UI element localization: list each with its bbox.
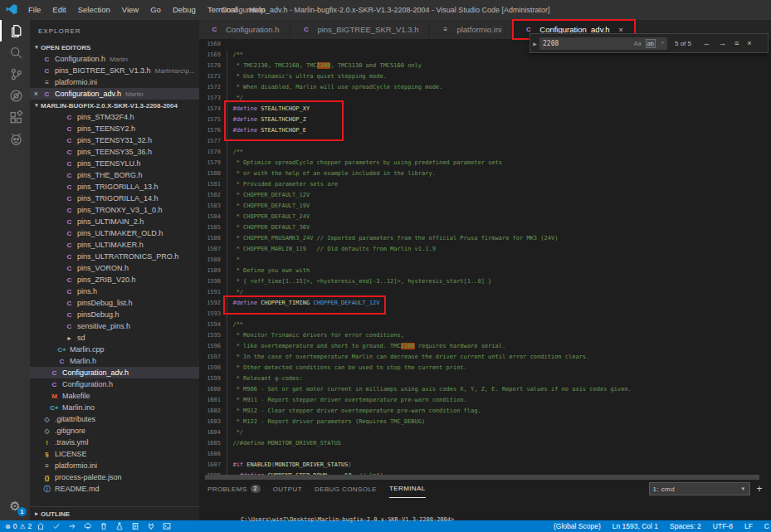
horizontal-scrollbar[interactable] (199, 475, 771, 480)
find-input[interactable]: 2208 Aa ab .* (539, 37, 667, 50)
status-test-icon[interactable] (115, 522, 124, 530)
find-expand-chevron-icon[interactable]: ▶ (530, 41, 539, 46)
c-file-icon: C (524, 26, 533, 33)
line-number: 1569 (199, 50, 226, 61)
tree-item[interactable]: Cpins_TRIGORILLA_13.h (30, 181, 199, 193)
status-build-icon[interactable] (52, 522, 61, 530)
tree-item[interactable]: Cpins_TRONXY_V3_1_0.h (30, 204, 199, 216)
tree-item[interactable]: Cpins_TEENSY35_36.h (30, 146, 199, 158)
tree-item[interactable]: MMakefile (30, 390, 199, 402)
open-editor-item[interactable]: ≡platformio.ini (30, 76, 199, 88)
outline-section[interactable]: ▸ OUTLINE (30, 506, 199, 520)
status-upload-icon[interactable] (68, 522, 76, 530)
activity-platformio-icon[interactable] (0, 128, 30, 149)
tree-item[interactable]: §LICENSE (30, 448, 199, 460)
tree-item[interactable]: CpinsDebug_list.h (30, 297, 199, 309)
tree-item[interactable]: !.travis.yml (30, 437, 199, 448)
chevron-down-icon: ▾ (32, 44, 41, 51)
open-editor-item[interactable]: CConfiguration.hMarlin (30, 53, 199, 65)
tree-item[interactable]: Cpins_VORON.h (30, 262, 199, 274)
problems-indicator[interactable]: ⊗ 0 ⚠ 2 (5, 522, 32, 530)
close-icon[interactable]: × (30, 90, 42, 98)
tree-item[interactable]: ≡platformio.ini (30, 460, 199, 471)
activity-extensions-icon[interactable] (0, 106, 30, 128)
match-case-toggle[interactable]: Aa (633, 40, 641, 47)
tree-item[interactable]: Cpins_TRIGORILLA_14.h (30, 193, 199, 204)
tree-item[interactable]: CConfiguration.h (30, 378, 199, 390)
menu-debug[interactable]: Debug (167, 0, 202, 20)
line-number: 1597 (199, 352, 226, 363)
code-text: /** (226, 320, 243, 330)
tree-item[interactable]: C+Marlin.cpp (30, 344, 199, 355)
menu-view[interactable]: View (116, 0, 144, 20)
find-in-selection-button[interactable]: ≡ (734, 39, 739, 47)
menu-selection[interactable]: Selection (72, 0, 116, 20)
tree-item[interactable]: Cpins_ULTRATRONICS_PRO.h (30, 251, 199, 262)
tree-item[interactable]: {}process-palette.json (30, 471, 199, 483)
panel-tab-terminal[interactable]: TERMINAL (389, 480, 426, 498)
open-editors-header[interactable]: ▾ OPEN EDITORS (30, 41, 199, 53)
settings-gear-button[interactable]: ⚙1 (0, 499, 30, 514)
menu-edit[interactable]: Edit (46, 0, 71, 20)
tree-item[interactable]: Cpins.h (30, 286, 199, 297)
tree-item[interactable]: C+Marlin.ino (30, 402, 199, 413)
chevron-right-icon: ▸ (65, 334, 74, 342)
tree-item[interactable]: ◇.gitignore (30, 425, 199, 437)
tab-pins_BIGTREE_SKR_V1.3.h[interactable]: Cpins_BIGTREE_SKR_V1.3.h (290, 20, 430, 39)
status-serial-monitor-icon[interactable] (147, 522, 155, 530)
file-label: Makefile (62, 392, 90, 400)
tree-item[interactable]: ◇.gitattributes (30, 413, 199, 425)
terminal-select[interactable]: 1: cmd ▼ (649, 482, 750, 495)
open-editor-item[interactable]: Cpins_BIGTREE_SKR_V1.3.hMarlin\src\p... (30, 65, 199, 76)
activity-explorer-icon[interactable] (0, 20, 30, 41)
status-home-icon[interactable] (37, 522, 45, 530)
status-tasks-icon[interactable] (131, 522, 139, 530)
tree-item[interactable]: Cpins_ULTIMAKER.h (30, 239, 199, 251)
tree-item[interactable]: Cpins_TEENSYLU.h (30, 158, 199, 169)
c-file-icon: C (65, 230, 74, 237)
tab-platformio.ini[interactable]: ≡platformio.ini (430, 20, 513, 39)
project-folder-header[interactable]: ▾ MARLIN-BUGFIX-2.0.X-SKR-V1.3-2208-2004 (30, 100, 199, 111)
git-file-icon: ◇ (42, 416, 51, 423)
activity-debug-icon[interactable] (0, 85, 30, 106)
close-icon[interactable]: × (619, 26, 623, 34)
panel-tab-output[interactable]: OUTPUT (273, 480, 302, 498)
tree-item[interactable]: Cpins_TEENSY2.h (30, 123, 199, 134)
panel-tab-problems[interactable]: PROBLEMS2 (207, 480, 261, 498)
line-number: 1574 (199, 104, 226, 115)
status-cloud-upload-icon[interactable] (84, 522, 92, 530)
ini-file-icon: ≡ (441, 26, 450, 33)
find-previous-button[interactable]: ← (703, 39, 710, 47)
whole-word-toggle[interactable]: ab (646, 39, 656, 48)
regex-toggle[interactable]: .* (660, 40, 664, 47)
tree-item[interactable]: CConfiguration_adv.h (30, 367, 199, 378)
tree-item[interactable]: ▸sd (30, 332, 199, 344)
status-clean-icon[interactable] (100, 522, 108, 530)
editor[interactable]: 15681569 /**1570 * TMC2130, TMC2160, TMC… (199, 39, 771, 480)
find-close-button[interactable]: × (747, 39, 751, 47)
status-new-terminal-icon[interactable] (163, 522, 171, 530)
code-text: */ (226, 287, 243, 298)
menu-file[interactable]: File (22, 0, 46, 20)
tree-item[interactable]: ⓘREADME.md (30, 483, 199, 495)
panel-tab-debug-console[interactable]: DEBUG CONSOLE (315, 480, 377, 498)
activity-search-icon[interactable] (0, 41, 30, 63)
tree-item[interactable]: Csensitive_pins.h (30, 320, 199, 332)
menu-go[interactable]: Go (144, 0, 167, 20)
tree-item[interactable]: CpinsDebug.h (30, 309, 199, 320)
terminal-content[interactable]: C:\Users\win7\Desktop\Marlin-bugfix-2.0.… (199, 498, 771, 530)
tab-Configuration.h[interactable]: CConfiguration.h (199, 20, 290, 39)
tree-item[interactable]: Cpins_THE_BORG.h (30, 169, 199, 181)
tree-item[interactable]: Cpins_ULTIMAIN_2.h (30, 216, 199, 227)
tree-item[interactable]: Cpins_ZRIB_V20.h (30, 274, 199, 286)
tree-item[interactable]: CMarlin.h (30, 355, 199, 367)
open-editors-list: CConfiguration.hMarlinCpins_BIGTREE_SKR_… (30, 53, 199, 100)
tree-item[interactable]: Cpins_ULTIMAKER_OLD.h (30, 227, 199, 239)
activity-source-control-icon[interactable] (0, 63, 30, 85)
new-terminal-button[interactable]: + (757, 484, 763, 494)
find-next-button[interactable]: → (719, 39, 726, 47)
tree-item[interactable]: Cpins_TEENSY31_32.h (30, 134, 199, 146)
scrollbar-thumb[interactable] (205, 475, 759, 480)
open-editor-item[interactable]: ×CConfiguration_adv.hMarlin (30, 88, 199, 100)
tree-item[interactable]: Cpins_STM32F4.h (30, 111, 199, 123)
